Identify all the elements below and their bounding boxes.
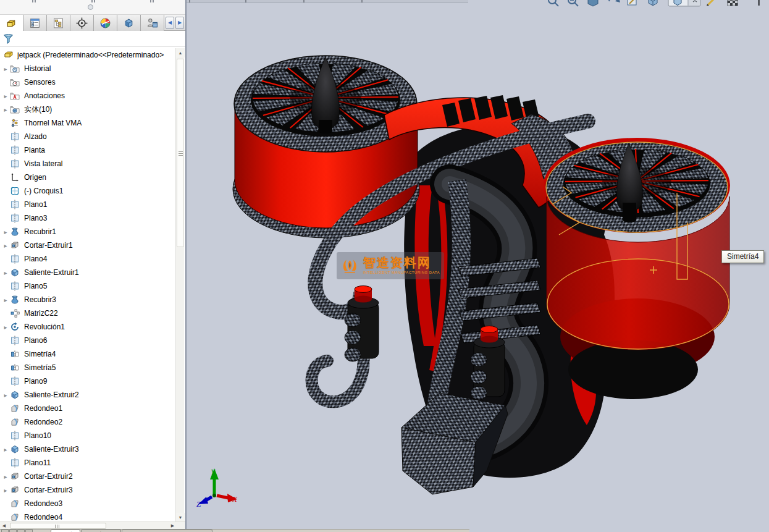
tree-item[interactable]: ▸Thornel Mat VMA <box>0 116 175 130</box>
document-tab-model[interactable]: 模型 <box>51 530 80 532</box>
tree-item[interactable]: ▸Simetría4 <box>0 347 175 361</box>
tab-nav-prev-button[interactable] <box>9 530 17 532</box>
tab-dimxpertmanager[interactable] <box>70 15 94 31</box>
expand-arrow-icon[interactable]: ▸ <box>0 297 10 303</box>
previous-view-icon[interactable] <box>588 0 598 6</box>
tree-item[interactable]: ▸Historial <box>0 62 175 75</box>
tab-configurationmanager[interactable] <box>47 15 70 31</box>
tree-item[interactable]: ▸Sensores <box>0 75 175 89</box>
tree-item[interactable]: ▸Plano6 <box>0 334 175 347</box>
tree-vertical-scrollbar[interactable]: ▲ ▼ <box>175 48 184 522</box>
tab-nav-next-button[interactable] <box>17 530 25 532</box>
edit-appearance-icon[interactable] <box>707 0 715 6</box>
tree-item[interactable]: ▸Redondeo3 <box>0 497 175 510</box>
property-list-icon <box>29 17 41 29</box>
3d-scene: Y X Z <box>187 0 769 532</box>
tree-item[interactable]: ▸Planta <box>0 143 175 157</box>
fillet-icon <box>10 499 20 509</box>
tab-displaymanager[interactable] <box>94 15 117 31</box>
tree-item[interactable]: ▸MatrizC22 <box>0 306 175 320</box>
tree-item[interactable]: ▸Recubrir3 <box>0 293 175 306</box>
apply-scene-icon[interactable] <box>728 0 737 6</box>
watermark: 智造资料网 INTELLIGENT MANUFACTURING DATA <box>337 252 444 279</box>
tree-item[interactable]: ▸Plano4 <box>0 252 175 266</box>
expand-arrow-icon[interactable]: ▸ <box>0 446 10 453</box>
zoom-area-icon[interactable] <box>568 0 578 6</box>
tree-item-label: Redondeo3 <box>24 499 62 508</box>
tab-scroll-left-button[interactable]: ◀ <box>166 17 174 29</box>
boss-extrude-icon <box>10 444 20 454</box>
tree-item[interactable]: ▸Cortar-Extruir2 <box>0 470 175 483</box>
tree-item[interactable]: ▸Origen <box>0 171 175 184</box>
tab-propertymanager[interactable] <box>23 15 47 31</box>
annotation-view-icon[interactable] <box>628 0 636 5</box>
left-ducted-fan[interactable] <box>233 56 419 238</box>
tree-item[interactable]: ▸Plano3 <box>0 211 175 225</box>
jetpack-model[interactable] <box>233 56 730 494</box>
expand-arrow-icon[interactable]: ▸ <box>0 487 10 494</box>
right-ducted-fan[interactable] <box>544 138 730 350</box>
tree-item[interactable]: ▸Plano10 <box>0 429 175 442</box>
tree-item[interactable]: ▸Anotaciones <box>0 89 175 103</box>
tree-item[interactable]: ▸Revolución1 <box>0 320 175 334</box>
tab-more[interactable] <box>141 15 164 31</box>
headsup-toolbar[interactable] <box>548 0 760 6</box>
controller-red-button[interactable] <box>355 286 372 293</box>
tree-item[interactable]: ▸Saliente-Extruir3 <box>0 442 175 456</box>
view-orientation-icon[interactable] <box>649 0 657 6</box>
tab-featuremanager[interactable] <box>0 15 23 31</box>
filter-funnel-icon[interactable] <box>3 33 14 44</box>
folder-history-icon <box>10 64 20 74</box>
controller-red-button[interactable] <box>481 326 498 333</box>
graphics-viewport[interactable]: Y X Z 智造资料网 INTELLIGENT MANUFACTUR <box>187 0 769 532</box>
tree-item[interactable]: ▸Cortar-Extruir1 <box>0 239 175 252</box>
scroll-up-button[interactable]: ▲ <box>176 48 185 57</box>
tree-item[interactable]: ▸Plano1 <box>0 198 175 211</box>
scroll-down-button[interactable]: ▼ <box>176 513 185 522</box>
tree-item[interactable]: ▸Plano9 <box>0 374 175 388</box>
panel-drag-dot[interactable] <box>88 4 93 10</box>
plane-icon <box>10 145 20 155</box>
tab-nav-last-button[interactable] <box>25 530 33 532</box>
tree-root-jetpack[interactable]: jetpack (Predeterminado<<Predeterminado> <box>0 48 175 62</box>
tree-item[interactable]: ▸Plano5 <box>0 279 175 293</box>
tree-item[interactable]: ▸Redondeo1 <box>0 402 175 415</box>
tree-item[interactable]: ▸Alzado <box>0 130 175 143</box>
horizontal-scrollbar-thumb[interactable] <box>10 523 106 529</box>
bottom-carbon-plate[interactable] <box>401 393 508 494</box>
tab-scroll-right-button[interactable]: ▶ <box>175 17 184 29</box>
vertical-scrollbar-thumb[interactable] <box>177 59 184 247</box>
expand-arrow-icon[interactable]: ▸ <box>0 229 10 235</box>
document-tab-motion-study[interactable]: Estudio de movimiento 1 <box>122 530 212 532</box>
expand-arrow-icon[interactable]: ▸ <box>0 65 10 72</box>
tree-item[interactable]: ▸Saliente-Extruir2 <box>0 388 175 402</box>
tree-item[interactable]: ▸Vista lateral <box>0 157 175 171</box>
tree-item[interactable]: ▸Redondeo2 <box>0 415 175 429</box>
expand-arrow-icon[interactable]: ▸ <box>0 93 10 99</box>
document-tab-3d-views[interactable]: 3D 视图 <box>81 530 121 532</box>
display-style-button-group[interactable] <box>668 0 700 6</box>
material-icon <box>10 118 20 128</box>
view-settings-icon[interactable] <box>758 0 760 6</box>
toolbar-separator-tick <box>91 0 93 2</box>
tree-item[interactable]: ▸Cortar-Extruir3 <box>0 483 175 497</box>
expand-arrow-icon[interactable]: ▸ <box>0 392 10 399</box>
tree-item[interactable]: ▸实体(10) <box>0 103 175 116</box>
expand-arrow-icon[interactable]: ▸ <box>0 269 10 276</box>
tree-item[interactable]: ▸Simetría5 <box>0 361 175 374</box>
origin-icon <box>10 172 20 182</box>
expand-arrow-icon[interactable]: ▸ <box>0 242 10 249</box>
tree-item[interactable]: ▸Recubrir1 <box>0 225 175 239</box>
expand-arrow-icon[interactable]: ▸ <box>0 106 10 113</box>
tab-cam[interactable] <box>117 15 141 31</box>
expand-arrow-icon[interactable]: ▸ <box>0 473 10 480</box>
expand-arrow-icon[interactable]: ▸ <box>0 324 10 331</box>
tab-nav-first-button[interactable] <box>1 530 9 532</box>
section-view-icon[interactable] <box>609 0 620 2</box>
tree-item[interactable]: ▸Saliente-Extruir1 <box>0 266 175 279</box>
tree-item[interactable]: ▸Redondeo4 <box>0 510 175 522</box>
tree-item[interactable]: ▸(-) Croquis1 <box>0 184 175 198</box>
tab-nav-buttons[interactable] <box>1 530 33 532</box>
zoom-fit-icon[interactable] <box>548 0 558 6</box>
tree-item[interactable]: ▸Plano11 <box>0 456 175 470</box>
